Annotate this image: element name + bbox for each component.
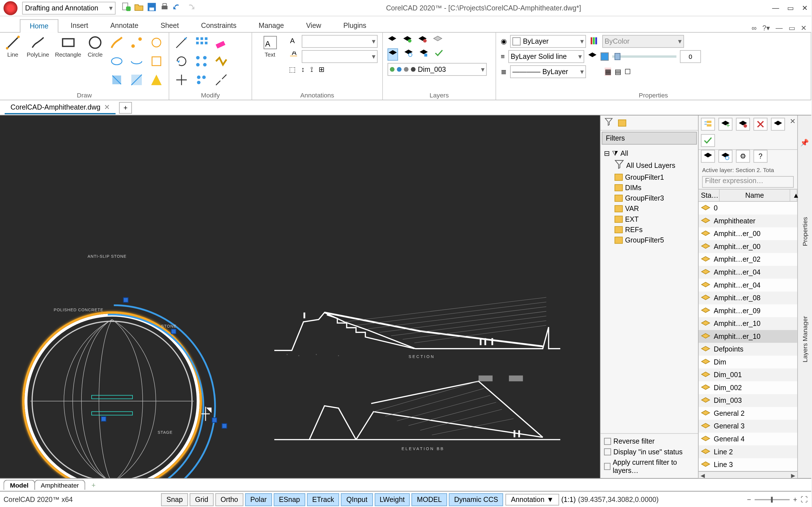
- gear-icon[interactable]: ⚙: [736, 150, 750, 163]
- drawing-canvas[interactable]: ANTI-SLIP STONE POLISHED CONCRETE STONE …: [0, 115, 600, 478]
- split-icon[interactable]: [214, 72, 229, 88]
- tab-constraints[interactable]: Constraints: [191, 18, 246, 32]
- dim-style-icon[interactable]: A: [289, 51, 298, 62]
- layer-row[interactable]: Amphit…er_02: [699, 253, 797, 266]
- layer-row[interactable]: Line 3: [699, 458, 797, 471]
- draw-icon[interactable]: [149, 35, 164, 50]
- status-toggle-qinput[interactable]: QInput: [341, 493, 373, 506]
- help-icon[interactable]: ?▾: [762, 24, 770, 32]
- list-icon[interactable]: ▤: [615, 68, 621, 76]
- print-style-icon[interactable]: [590, 36, 599, 47]
- file-tab[interactable]: CorelCAD-Amphitheater.dwg✕: [5, 101, 116, 114]
- maximize-button[interactable]: ▭: [787, 4, 794, 12]
- text-style-icon[interactable]: A: [289, 36, 298, 47]
- draw-icon[interactable]: [129, 35, 144, 50]
- new-layer-icon[interactable]: +: [718, 118, 732, 131]
- explode-icon[interactable]: [214, 54, 229, 69]
- layer-icon[interactable]: [419, 48, 428, 61]
- tab-home[interactable]: Home: [20, 19, 58, 33]
- annotation-scale-select[interactable]: Annotation▼: [506, 494, 559, 505]
- layer-row[interactable]: Amphit…er_04: [699, 266, 797, 279]
- transparency-icon[interactable]: [588, 51, 597, 62]
- transparency-slider[interactable]: [612, 55, 676, 58]
- layer-row[interactable]: Amphitheater: [699, 215, 797, 228]
- delete-layer-icon[interactable]: [753, 118, 767, 131]
- layer-freeze-icon[interactable]: [718, 150, 732, 163]
- filter-tree[interactable]: ⊟⧩All All Used Layers GroupFilter1 DIMs …: [601, 146, 698, 434]
- status-toggle-model[interactable]: MODEL: [412, 493, 447, 506]
- zoom-fit-icon[interactable]: ⛶: [801, 495, 808, 503]
- layer-icon[interactable]: [418, 35, 427, 46]
- tab-view[interactable]: View: [296, 18, 331, 32]
- linetype-select[interactable]: ByLayer Solid line▾: [508, 50, 584, 63]
- status-toggle-esnap[interactable]: ESnap: [274, 493, 305, 506]
- transparency-value[interactable]: 0: [680, 50, 701, 63]
- apply-layer-icon[interactable]: [701, 134, 715, 147]
- add-file-tab-button[interactable]: +: [119, 102, 132, 113]
- tab-plugins[interactable]: Plugins: [334, 18, 376, 32]
- layer-row[interactable]: Amphit…er_00: [699, 227, 797, 240]
- group-icon[interactable]: ▦: [605, 68, 611, 76]
- layer-row[interactable]: Dim_002: [699, 381, 797, 394]
- text-tool[interactable]: AText: [257, 35, 283, 58]
- doc-minimize-button[interactable]: —: [776, 24, 783, 32]
- layer-row[interactable]: Amphit…er_10: [699, 317, 797, 330]
- layer-row[interactable]: Amphit…er_08: [699, 291, 797, 304]
- filter-icon[interactable]: [604, 117, 613, 128]
- layer-manager-icon[interactable]: [388, 48, 398, 61]
- draw-icon[interactable]: [149, 72, 164, 88]
- pattern-icon[interactable]: [194, 54, 209, 69]
- reverse-filter-checkbox[interactable]: Reverse filter: [604, 436, 695, 446]
- anno-icon[interactable]: ↕: [301, 65, 305, 73]
- filter-expression-input[interactable]: Filter expression…: [702, 176, 794, 187]
- layer-row[interactable]: Amphit…er_00: [699, 240, 797, 253]
- close-icon[interactable]: ✕: [104, 103, 110, 111]
- copy-icon[interactable]: [194, 72, 209, 88]
- add-sheet-button[interactable]: +: [88, 480, 99, 490]
- line-tool[interactable]: Line: [5, 35, 21, 58]
- horizontal-scrollbar[interactable]: ◄►: [699, 471, 797, 478]
- tab-manage[interactable]: Manage: [249, 18, 294, 32]
- layer-list-header[interactable]: Sta… Name ▲: [699, 189, 797, 202]
- rotate-icon[interactable]: [174, 54, 189, 69]
- layer-row[interactable]: Dim_001: [699, 369, 797, 381]
- layer-row[interactable]: Dim: [699, 356, 797, 369]
- minimize-button[interactable]: —: [772, 4, 779, 12]
- layer-icon[interactable]: [388, 35, 397, 46]
- text-style-select[interactable]: ▾: [302, 35, 377, 48]
- tab-insert[interactable]: Insert: [61, 18, 98, 32]
- layer-row[interactable]: Dim_003: [699, 394, 797, 407]
- purge-layer-icon[interactable]: [771, 118, 785, 131]
- redo-icon[interactable]: [186, 2, 195, 13]
- layer-on-icon[interactable]: [701, 150, 715, 163]
- help-icon[interactable]: ?: [753, 150, 767, 163]
- move-icon[interactable]: [174, 35, 189, 50]
- tab-annotate[interactable]: Annotate: [100, 18, 148, 32]
- layer-icon[interactable]: [433, 35, 442, 46]
- lineweight-icon[interactable]: ≣: [501, 68, 507, 76]
- layer-state-icon[interactable]: [736, 118, 750, 131]
- bycolor-select[interactable]: ByColor▾: [602, 35, 684, 48]
- layer-row[interactable]: General 2: [699, 407, 797, 420]
- circle-tool[interactable]: Circle: [87, 35, 103, 58]
- layer-ok-icon[interactable]: [434, 48, 444, 61]
- doc-restore-button[interactable]: ▭: [789, 24, 795, 32]
- inuse-status-checkbox[interactable]: Display "in use" status: [604, 447, 695, 457]
- array-icon[interactable]: [194, 35, 209, 50]
- draw-icon[interactable]: [129, 54, 144, 69]
- polyline-tool[interactable]: PolyLine: [27, 35, 49, 58]
- infinity-icon[interactable]: ∞: [752, 24, 757, 32]
- layer-tree-icon[interactable]: [701, 118, 715, 131]
- color-select[interactable]: ByLayer▾: [510, 35, 586, 48]
- draw-icon[interactable]: [109, 35, 124, 50]
- apply-filter-checkbox[interactable]: Apply current filter to layers…: [604, 457, 695, 476]
- status-toggle-dynamic ccs[interactable]: Dynamic CCS: [449, 493, 503, 506]
- properties-side-tab[interactable]: Properties: [801, 217, 808, 246]
- doc-close-button[interactable]: ✕: [801, 24, 807, 32]
- layer-row[interactable]: General 4: [699, 433, 797, 446]
- zoom-out-button[interactable]: −: [747, 495, 751, 503]
- dim-style-select[interactable]: ▾: [302, 50, 377, 63]
- save-icon[interactable]: [147, 2, 156, 13]
- close-icon[interactable]: ✕: [790, 117, 796, 125]
- current-layer-select[interactable]: Dim_003▾: [388, 63, 487, 76]
